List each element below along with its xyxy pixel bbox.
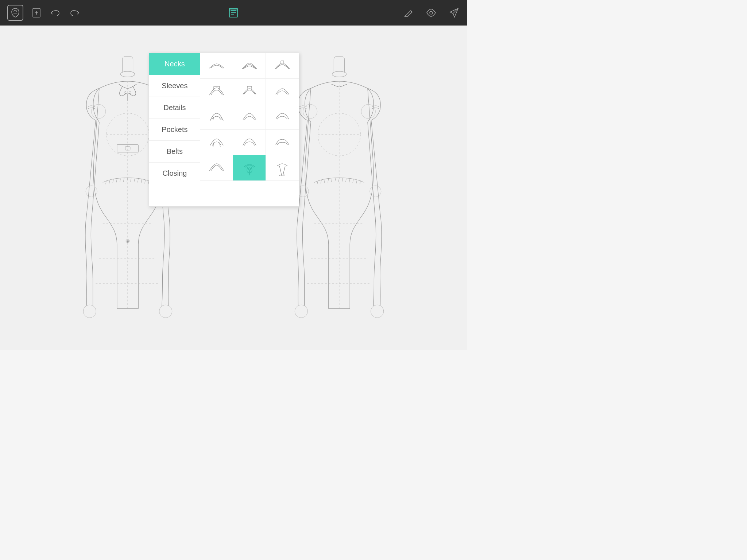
svg-line-53	[346, 179, 347, 182]
svg-point-8	[430, 11, 433, 14]
svg-line-17	[120, 179, 121, 182]
svg-point-68	[370, 186, 381, 197]
toolbar	[0, 0, 467, 26]
svg-point-34	[159, 305, 172, 318]
svg-line-79	[279, 175, 280, 176]
neck-option-10[interactable]	[200, 130, 233, 155]
svg-line-16	[116, 179, 117, 183]
svg-point-70	[361, 104, 375, 118]
neck-option-4[interactable]	[200, 79, 233, 104]
svg-line-22	[138, 179, 138, 183]
svg-line-55	[353, 179, 353, 183]
svg-line-20	[131, 178, 131, 182]
svg-line-80	[280, 175, 281, 176]
svg-point-44	[332, 71, 347, 77]
closing-option-1[interactable]	[200, 155, 233, 181]
logo-icon[interactable]	[7, 5, 23, 21]
menu-overlay: Necks Sleeves Details Pockets Belts Clos…	[149, 53, 299, 207]
toolbar-left	[7, 5, 80, 21]
svg-point-41	[92, 104, 106, 118]
closing-option-2[interactable]	[233, 155, 266, 181]
svg-point-62	[371, 305, 384, 318]
svg-line-57	[360, 181, 360, 184]
svg-line-48	[328, 179, 329, 183]
neck-option-11[interactable]	[233, 130, 266, 155]
main-content: Ψ	[0, 26, 467, 350]
svg-line-54	[349, 179, 350, 183]
neck-option-6[interactable]	[266, 79, 299, 104]
list-view-icon[interactable]	[228, 7, 239, 19]
undo-icon[interactable]	[50, 7, 61, 19]
svg-line-49	[332, 179, 332, 182]
svg-line-15	[113, 179, 113, 183]
neck-option-7[interactable]	[200, 104, 233, 130]
svg-point-77	[248, 168, 251, 170]
svg-line-83	[284, 175, 285, 176]
svg-line-56	[356, 180, 357, 184]
neck-option-8[interactable]	[233, 104, 266, 130]
svg-line-47	[324, 179, 325, 183]
category-details[interactable]: Details	[149, 97, 200, 119]
neck-option-3[interactable]	[266, 53, 299, 79]
category-belts[interactable]: Belts	[149, 141, 200, 163]
svg-line-50	[335, 178, 336, 182]
svg-line-24	[145, 180, 146, 184]
neck-option-5[interactable]	[233, 79, 266, 104]
menu-categories: Necks Sleeves Details Pockets Belts Clos…	[149, 53, 200, 206]
preview-eye-icon[interactable]	[425, 7, 437, 19]
redo-icon[interactable]	[69, 7, 80, 19]
edit-pen-icon[interactable]	[403, 7, 414, 19]
svg-line-21	[134, 179, 135, 182]
toolbar-center	[228, 7, 239, 19]
svg-line-46	[321, 180, 321, 184]
svg-line-14	[109, 180, 110, 184]
svg-point-61	[295, 305, 307, 318]
category-closing[interactable]: Closing	[149, 163, 200, 184]
neck-option-1[interactable]	[200, 53, 233, 79]
svg-point-11	[121, 71, 135, 77]
svg-point-69	[303, 104, 317, 118]
category-pockets[interactable]: Pockets	[149, 119, 200, 141]
svg-line-52	[342, 178, 343, 182]
closing-option-3[interactable]	[266, 155, 299, 181]
svg-line-18	[123, 178, 124, 182]
neck-option-9[interactable]	[266, 104, 299, 130]
neck-option-2[interactable]	[233, 53, 266, 79]
new-document-icon[interactable]	[31, 7, 42, 19]
neck-option-12[interactable]	[266, 130, 299, 155]
svg-line-9	[453, 8, 458, 13]
category-necks[interactable]: Necks	[149, 53, 200, 75]
svg-point-39	[86, 186, 97, 197]
svg-line-23	[141, 179, 142, 183]
send-icon[interactable]	[448, 7, 460, 19]
category-sleeves[interactable]: Sleeves	[149, 75, 200, 97]
svg-point-33	[83, 305, 96, 318]
svg-rect-7	[229, 8, 237, 11]
menu-grid	[200, 53, 299, 206]
toolbar-right	[403, 7, 460, 19]
